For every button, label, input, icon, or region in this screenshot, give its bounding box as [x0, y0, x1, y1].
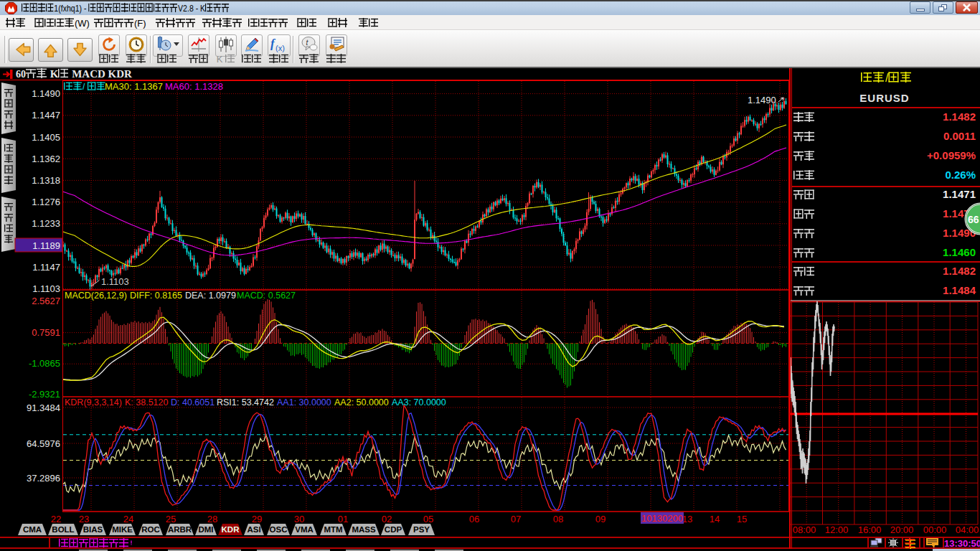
svg-text:1.1447: 1.1447	[32, 110, 60, 121]
svg-text:AA2: 50.0000: AA2: 50.0000	[334, 397, 389, 408]
svg-text:1.1276: 1.1276	[32, 197, 60, 207]
svg-text:DIFF: 0.8165: DIFF: 0.8165	[130, 291, 182, 301]
svg-text:MACD: 0.5627: MACD: 0.5627	[237, 291, 296, 301]
svg-text:-2.9321: -2.9321	[29, 389, 60, 400]
svg-text:37.2896: 37.2896	[27, 473, 60, 484]
svg-text:08:00: 08:00	[793, 524, 816, 535]
svg-text:15: 15	[737, 514, 747, 524]
svg-text:AA1: 30.0000: AA1: 30.0000	[277, 397, 331, 408]
svg-text:1.1103: 1.1103	[32, 283, 60, 294]
svg-text:06: 06	[469, 514, 479, 524]
svg-text:DEA: 1.0979: DEA: 1.0979	[185, 291, 236, 301]
svg-text:64.5976: 64.5976	[27, 438, 60, 449]
svg-text:14: 14	[710, 514, 720, 524]
svg-text:1.1189: 1.1189	[32, 240, 60, 251]
svg-text:AA3: 70.0000: AA3: 70.0000	[392, 397, 446, 408]
svg-text:24: 24	[123, 514, 133, 524]
svg-text:08: 08	[553, 514, 563, 524]
svg-text:1.1362: 1.1362	[32, 154, 60, 164]
svg-text:20:00: 20:00	[890, 524, 914, 535]
svg-text:1.1405: 1.1405	[32, 132, 60, 143]
svg-text:09: 09	[595, 514, 606, 524]
svg-text:1.1490: 1.1490	[32, 88, 60, 99]
svg-text:02: 02	[382, 514, 392, 524]
svg-text:1.1147: 1.1147	[32, 262, 60, 273]
svg-text:1.1490: 1.1490	[748, 95, 776, 105]
svg-text:KDR(9,3,3,14): KDR(9,3,3,14)	[65, 397, 122, 408]
svg-text:1.1103: 1.1103	[101, 276, 129, 287]
svg-text:07: 07	[511, 514, 521, 524]
svg-text:91.3484: 91.3484	[27, 402, 60, 413]
svg-text:66: 66	[968, 214, 979, 225]
svg-text:29: 29	[252, 514, 262, 524]
svg-text:22: 22	[51, 514, 61, 524]
svg-text:1.1233: 1.1233	[32, 218, 60, 229]
svg-text:MA60: 1.1328: MA60: 1.1328	[165, 81, 223, 92]
svg-text:01: 01	[338, 514, 348, 524]
svg-text:MACD(26,12,9): MACD(26,12,9)	[65, 291, 127, 301]
svg-text:MA30: 1.1367: MA30: 1.1367	[105, 81, 163, 92]
svg-text:K: 38.5120: K: 38.5120	[125, 397, 169, 408]
svg-text:2.5627: 2.5627	[32, 296, 60, 306]
svg-text:28: 28	[207, 514, 217, 524]
svg-text:04:00: 04:00	[956, 524, 979, 535]
svg-text:(x): (x)	[275, 44, 285, 52]
svg-text:D: 40.6051: D: 40.6051	[171, 397, 215, 408]
svg-text:1.1318: 1.1318	[32, 175, 60, 186]
svg-text:25: 25	[166, 514, 176, 524]
svg-text:16:00: 16:00	[858, 524, 882, 535]
svg-text:-1.0865: -1.0865	[29, 358, 60, 369]
svg-text:/: /	[83, 82, 85, 92]
svg-text:30: 30	[294, 514, 304, 524]
svg-text:RSI1: 53.4742: RSI1: 53.4742	[217, 397, 274, 408]
svg-text:12:00: 12:00	[825, 524, 849, 535]
svg-text:0.7591: 0.7591	[32, 327, 60, 338]
svg-text:05: 05	[423, 514, 433, 524]
svg-text:23: 23	[79, 514, 89, 524]
svg-text:10130200: 10130200	[641, 513, 683, 524]
svg-text:00:00: 00:00	[923, 524, 947, 535]
